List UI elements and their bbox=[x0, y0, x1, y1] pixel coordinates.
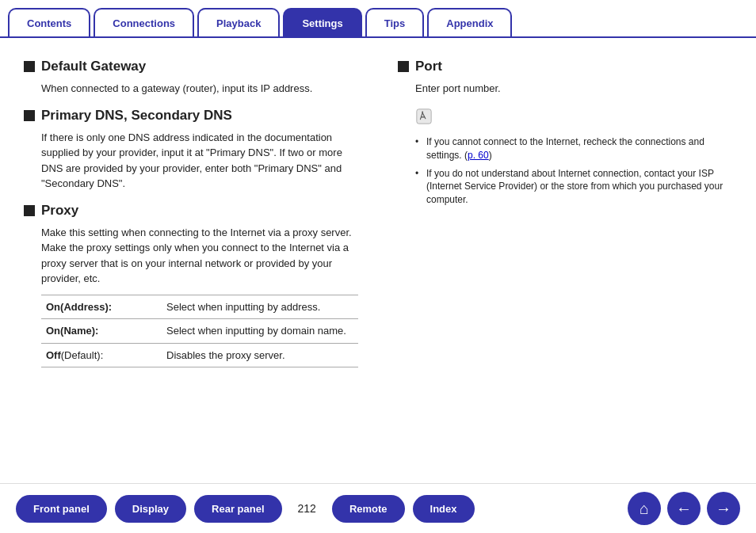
table-row: On(Address): Select when inputting by ad… bbox=[41, 295, 358, 319]
list-item: If you cannot connect to the Internet, r… bbox=[415, 135, 732, 162]
svg-point-1 bbox=[422, 111, 423, 112]
section-marker-icon-port bbox=[398, 61, 409, 72]
remote-button[interactable]: Remote bbox=[332, 495, 405, 523]
bottom-nav-left: Front panel Display Rear panel 212 Remot… bbox=[16, 495, 475, 523]
section-marker-icon-proxy bbox=[24, 205, 35, 216]
pencil-icon bbox=[415, 108, 433, 125]
proxy-off-value: Disables the proxy server. bbox=[162, 343, 358, 367]
proxy-on-address-value: Select when inputting by address. bbox=[162, 295, 358, 319]
tab-contents[interactable]: Contents bbox=[8, 8, 90, 36]
tab-tips[interactable]: Tips bbox=[365, 8, 425, 36]
port-title: Port bbox=[415, 59, 442, 74]
primary-dns-section: Primary DNS, Secondary DNS bbox=[24, 108, 358, 124]
port-body: Enter port number. bbox=[415, 81, 732, 97]
display-button[interactable]: Display bbox=[115, 495, 186, 523]
primary-dns-title: Primary DNS, Secondary DNS bbox=[41, 108, 232, 124]
forward-button[interactable]: → bbox=[707, 492, 740, 525]
note-icon-area bbox=[415, 108, 732, 130]
proxy-title: Proxy bbox=[41, 203, 78, 219]
proxy-intro1: Make this setting when connecting to the… bbox=[41, 225, 358, 241]
proxy-on-address-key: On(Address): bbox=[41, 295, 162, 319]
note2-text: If you do not understand about Internet … bbox=[426, 168, 723, 206]
proxy-on-name-value: Select when inputting by domain name. bbox=[162, 319, 358, 344]
table-row: On(Name): Select when inputting by domai… bbox=[41, 319, 358, 344]
proxy-on-name-key: On(Name): bbox=[41, 319, 162, 344]
proxy-body: Make this setting when connecting to the… bbox=[41, 225, 358, 368]
proxy-section: Proxy bbox=[24, 203, 358, 219]
note-list: If you cannot connect to the Internet, r… bbox=[415, 135, 732, 207]
front-panel-button[interactable]: Front panel bbox=[16, 495, 107, 523]
default-gateway-title: Default Gateway bbox=[41, 59, 146, 74]
primary-dns-body: If there is only one DNS address indicat… bbox=[41, 130, 358, 192]
section-marker-icon bbox=[24, 61, 35, 72]
proxy-off-key: Off(Default): bbox=[41, 343, 162, 367]
home-button[interactable]: ⌂ bbox=[628, 492, 661, 525]
port-section: Port bbox=[398, 59, 732, 74]
right-column: Port Enter port number. If you cannot co… bbox=[382, 52, 732, 379]
notes-area: If you cannot connect to the Internet, r… bbox=[415, 135, 732, 207]
list-item: If you do not understand about Internet … bbox=[415, 167, 732, 207]
tab-playback[interactable]: Playback bbox=[197, 8, 280, 36]
default-gateway-body: When connected to a gateway (router), in… bbox=[41, 81, 358, 97]
note1-link[interactable]: p. 60 bbox=[468, 150, 489, 161]
table-row: Off(Default): Disables the proxy server. bbox=[41, 343, 358, 367]
main-content: Default Gateway When connected to a gate… bbox=[0, 52, 756, 379]
back-button[interactable]: ← bbox=[667, 492, 701, 525]
proxy-table: On(Address): Select when inputting by ad… bbox=[41, 295, 358, 368]
tab-connections[interactable]: Connections bbox=[94, 8, 194, 36]
tab-appendix[interactable]: Appendix bbox=[427, 8, 512, 36]
bottom-nav: Front panel Display Rear panel 212 Remot… bbox=[0, 483, 756, 533]
proxy-intro2: Make the proxy settings only when you co… bbox=[41, 240, 358, 287]
tab-settings[interactable]: Settings bbox=[283, 8, 361, 36]
section-marker-icon-dns bbox=[24, 110, 35, 121]
left-column: Default Gateway When connected to a gate… bbox=[24, 52, 358, 379]
page-number: 212 bbox=[290, 502, 324, 515]
rear-panel-button[interactable]: Rear panel bbox=[194, 495, 281, 523]
index-button[interactable]: Index bbox=[413, 495, 475, 523]
top-nav: Contents Connections Playback Settings T… bbox=[0, 0, 756, 38]
default-gateway-section: Default Gateway bbox=[24, 59, 358, 74]
note1-text: If you cannot connect to the Internet, r… bbox=[426, 136, 704, 161]
bottom-nav-right: ⌂ ← → bbox=[628, 492, 740, 525]
